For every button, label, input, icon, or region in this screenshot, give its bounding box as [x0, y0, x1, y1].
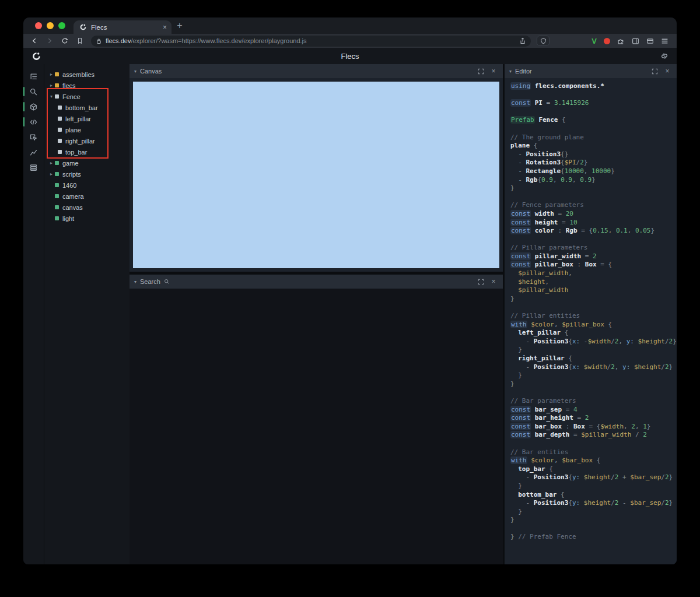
code-line: // Bar entities	[510, 448, 671, 457]
entity-tree-icon	[30, 73, 37, 80]
chevron-down-icon[interactable]: ▾	[134, 279, 136, 285]
code-line: const PI = 3.1415926	[510, 99, 671, 108]
collapsed-arrow-icon[interactable]: ▸	[48, 171, 55, 177]
expand-icon[interactable]	[476, 66, 485, 76]
code-line: // Pillar entities	[510, 312, 671, 321]
reload-icon[interactable]	[60, 36, 70, 46]
code-line: }	[510, 346, 671, 354]
lock-icon	[96, 38, 102, 44]
code-line: - Rotation3{$PI/2}	[510, 159, 671, 167]
code-line: Prefab Fence {	[510, 116, 671, 125]
tree-item-left_pillar[interactable]: left_pillar	[44, 113, 130, 124]
active-panel-indicator	[23, 87, 24, 96]
chevron-down-icon[interactable]: ▾	[134, 69, 136, 74]
rail-button-resources[interactable]	[23, 160, 44, 175]
extensions-puzzle-icon[interactable]	[617, 37, 625, 45]
traffic-lights	[23, 17, 74, 34]
red-extension-icon[interactable]	[604, 38, 610, 44]
tree-item-game[interactable]: ▸game	[44, 157, 130, 168]
code-line: right_pillar {	[510, 354, 671, 363]
rail-button-editor[interactable]	[23, 114, 44, 129]
entity-square-icon	[58, 128, 62, 132]
code-line: const bar_sep = 4	[510, 406, 671, 415]
tree-item-label: Fence	[62, 93, 80, 100]
tree-item-canvas[interactable]: canvas	[44, 202, 130, 213]
rail-button-entity-tree[interactable]	[23, 69, 44, 84]
close-icon[interactable]: ×	[489, 66, 498, 76]
tree-item-top_bar[interactable]: top_bar	[44, 146, 130, 157]
tab-strip: Flecs × +	[23, 17, 677, 34]
chevron-down-icon[interactable]: ▾	[509, 69, 512, 74]
code-line: const color : Rgb = {0.15, 0.1, 0.05}	[510, 227, 671, 236]
search-panel-header: ▾ Search ×	[130, 275, 503, 289]
back-icon[interactable]	[29, 36, 40, 46]
share-icon[interactable]	[519, 37, 526, 44]
tree-item-label: scripts	[62, 171, 81, 178]
editor-panel-header: ▾ Editor ×	[505, 64, 677, 78]
canvas-viewport[interactable]	[133, 82, 499, 268]
tree-item-1460[interactable]: 1460	[44, 180, 130, 191]
browser-tab[interactable]: Flecs ×	[74, 20, 172, 34]
code-line: $pillar_width	[510, 286, 671, 295]
entity-square-icon	[55, 94, 59, 99]
v-extension-icon[interactable]: V	[592, 37, 597, 45]
tree-item-Fence[interactable]: ▾Fence	[44, 91, 130, 102]
tree-item-light[interactable]: light	[44, 213, 130, 224]
active-panel-indicator	[23, 117, 24, 127]
rail-button-canvas[interactable]	[23, 99, 44, 114]
collapsed-arrow-icon[interactable]: ▸	[48, 160, 55, 166]
rail-button-search[interactable]	[23, 84, 44, 99]
wallet-icon[interactable]	[646, 37, 654, 45]
code-line: const pillar_width = 2	[510, 252, 671, 261]
rail-button-stats[interactable]	[23, 145, 44, 160]
entity-tree-panel: ▸assemblies▸flecs▾Fencebottom_barleft_pi…	[44, 64, 130, 564]
collapsed-arrow-icon[interactable]: ▸	[48, 83, 55, 88]
tree-item-flecs[interactable]: ▸flecs	[44, 80, 130, 91]
share-link-icon[interactable]	[660, 52, 668, 60]
resources-icon	[30, 164, 37, 171]
tree-item-bottom_bar[interactable]: bottom_bar	[44, 102, 130, 113]
canvas-panel-title: Canvas	[140, 68, 162, 75]
tree-item-label: assemblies	[62, 71, 94, 78]
search-panel: ▾ Search ×	[130, 275, 503, 564]
code-line: const height = 10	[510, 219, 671, 227]
url-host: flecs.dev	[106, 37, 131, 44]
tree-item-assemblies[interactable]: ▸assemblies	[44, 69, 130, 80]
expanded-arrow-icon[interactable]: ▾	[48, 94, 55, 99]
close-window-button[interactable]	[35, 22, 42, 29]
active-panel-indicator	[23, 102, 24, 111]
sidebar-toggle-icon[interactable]	[632, 37, 639, 45]
code-line: - Rgb{0.9, 0.9, 0.9}	[510, 176, 671, 185]
code-line: }	[510, 482, 671, 491]
expand-icon[interactable]	[476, 277, 485, 286]
tree-item-label: canvas	[62, 204, 83, 211]
close-icon[interactable]: ×	[663, 66, 672, 76]
tree-item-scripts[interactable]: ▸scripts	[44, 168, 130, 180]
minimize-window-button[interactable]	[47, 22, 54, 29]
shield-icon[interactable]	[537, 36, 550, 46]
code-line	[510, 193, 671, 202]
close-icon[interactable]: ×	[489, 277, 498, 286]
menu-hamburger-icon[interactable]	[661, 37, 668, 45]
entity-square-icon	[55, 205, 59, 209]
bookmark-icon[interactable]	[75, 36, 85, 46]
expand-icon[interactable]	[650, 66, 659, 76]
close-tab-icon[interactable]: ×	[163, 24, 167, 31]
code-line: bottom_bar {	[510, 491, 671, 500]
inspector-icon	[30, 134, 37, 141]
editor-code[interactable]: using flecs.components.* const PI = 3.14…	[505, 78, 677, 564]
collapsed-arrow-icon[interactable]: ▸	[48, 72, 55, 77]
code-line: // The ground plane	[510, 134, 671, 142]
search-icon	[30, 88, 37, 96]
rail-button-inspector[interactable]	[23, 129, 44, 145]
tree-item-plane[interactable]: plane	[44, 124, 130, 135]
entity-square-icon	[58, 117, 62, 121]
tree-item-label: camera	[62, 193, 84, 200]
tree-item-camera[interactable]: camera	[44, 191, 130, 202]
new-tab-button[interactable]: +	[172, 17, 188, 34]
tree-item-right_pillar[interactable]: right_pillar	[44, 135, 130, 146]
forward-icon[interactable]	[44, 36, 55, 46]
zoom-window-button[interactable]	[58, 22, 65, 29]
address-bar[interactable]: flecs.dev/explorer/?wasm=https://www.fle…	[91, 36, 531, 47]
left-icon-rail	[23, 64, 44, 564]
